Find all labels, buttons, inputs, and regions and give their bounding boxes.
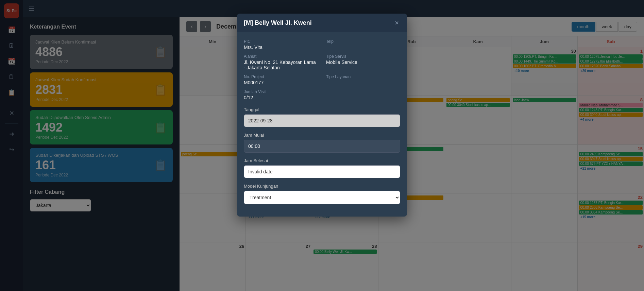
no-project-value: M000177 — [244, 80, 318, 85]
jumlah-visit-field: Jumlah Visit 0/12 — [244, 89, 318, 100]
modal-body: PIC Mrs. Vita Telp Alamat Jl. Kweni No. … — [237, 32, 407, 217]
modal-overlay[interactable]: [M] Belly Well Jl. Kweni × PIC Mrs. Vita… — [0, 0, 644, 291]
tanggal-group: Tanggal — [244, 107, 400, 127]
pic-value: Mrs. Vita — [244, 45, 318, 50]
pic-label: PIC — [244, 39, 318, 44]
tanggal-input[interactable] — [244, 114, 400, 127]
alamat-field: Alamat Jl. Kweni No. 21 Kebayoran Lama -… — [244, 54, 318, 70]
jam-mulai-label: Jam Mulai — [244, 133, 400, 138]
tipe-layanan-label: Tipe Layanan — [326, 74, 400, 79]
pic-field: PIC Mrs. Vita — [244, 39, 318, 50]
model-kunjungan-group: Model Kunjungan Treatment Survey Mainten… — [244, 184, 400, 204]
jam-selesai-group: Jam Selesai — [244, 158, 400, 178]
jumlah-visit-value: 0/12 — [244, 95, 318, 100]
jam-mulai-input[interactable] — [244, 140, 400, 153]
tipe-servis-value: Mobile Service — [326, 59, 400, 65]
tipe-servis-field: Tipe Servis Mobile Service — [326, 54, 400, 70]
jam-selesai-input[interactable] — [244, 165, 400, 178]
tipe-layanan-field: Tipe Layanan — [326, 74, 400, 85]
event-modal: [M] Belly Well Jl. Kweni × PIC Mrs. Vita… — [237, 14, 407, 217]
telp-label: Telp — [326, 39, 400, 44]
no-project-label: No. Project — [244, 74, 318, 79]
alamat-value: Jl. Kweni No. 21 Kebayoran Lama - Jakart… — [244, 59, 318, 70]
jam-mulai-group: Jam Mulai — [244, 133, 400, 153]
modal-header: [M] Belly Well Jl. Kweni × — [237, 14, 407, 32]
tanggal-label: Tanggal — [244, 107, 400, 112]
no-project-field: No. Project M000177 — [244, 74, 318, 85]
model-kunjungan-label: Model Kunjungan — [244, 184, 400, 189]
jam-selesai-label: Jam Selesai — [244, 158, 400, 163]
telp-field: Telp — [326, 39, 400, 50]
model-kunjungan-select[interactable]: Treatment Survey Maintenance Installatio… — [244, 191, 400, 204]
modal-info-grid: PIC Mrs. Vita Telp Alamat Jl. Kweni No. … — [244, 39, 400, 100]
alamat-label: Alamat — [244, 54, 318, 59]
modal-close-button[interactable]: × — [393, 19, 400, 27]
modal-title: [M] Belly Well Jl. Kweni — [244, 19, 312, 27]
tipe-servis-label: Tipe Servis — [326, 54, 400, 59]
jumlah-visit-label: Jumlah Visit — [244, 89, 318, 94]
